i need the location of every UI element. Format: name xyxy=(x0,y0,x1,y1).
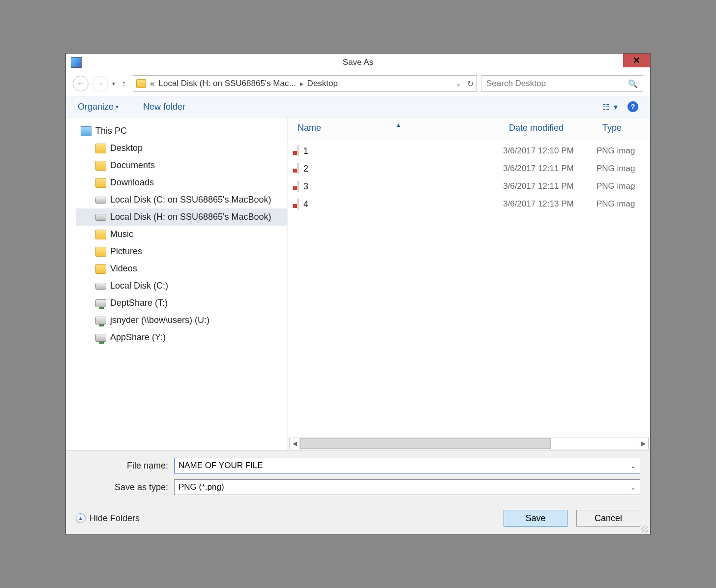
tree-item[interactable]: Local Disk (C: on SSU68865's MacBook) xyxy=(76,191,287,208)
search-icon: 🔍 xyxy=(628,79,638,88)
column-header-type[interactable]: Type xyxy=(602,123,650,133)
window-title: Save As xyxy=(343,58,373,67)
folder-icon xyxy=(95,178,106,188)
tree-item[interactable]: Documents xyxy=(76,157,287,174)
folder-icon xyxy=(95,264,106,274)
tree-item[interactable]: AppShare (Y:) xyxy=(76,329,287,346)
tree-item-selected[interactable]: Local Disk (H: on SSU68865's MacBook) xyxy=(76,208,287,226)
search-box[interactable]: 🔍 xyxy=(481,75,643,92)
filename-input[interactable] xyxy=(179,461,630,470)
disk-icon xyxy=(95,283,106,290)
folder-icon xyxy=(136,79,146,88)
search-input[interactable] xyxy=(486,79,628,88)
file-list[interactable]: 1 3/6/2017 12:10 PM PNG imag 2 3/6/2017 … xyxy=(288,139,650,437)
new-folder-button[interactable]: New folder xyxy=(143,102,185,112)
body: This PC Desktop Documents Downloads Loca… xyxy=(66,118,650,450)
nav-bar: ← → ▾ ↑ « Local Disk (H: on SSU68865's M… xyxy=(66,71,650,96)
file-list-pane: Name▲ Date modified Type 1 3/6/2017 12:1… xyxy=(287,118,650,450)
tree-item[interactable]: Local Disk (C:) xyxy=(76,277,287,294)
filename-combobox[interactable]: ⌄ xyxy=(174,458,640,473)
saveastype-value: PNG (*.png) xyxy=(179,482,224,492)
tree-item[interactable]: DeptShare (T:) xyxy=(76,294,287,312)
address-dropdown-icon[interactable]: ⌄ xyxy=(456,80,461,88)
network-drive-icon xyxy=(95,317,106,324)
chevron-down-icon[interactable]: ⌄ xyxy=(630,462,636,470)
toolbar: Organize ▾ New folder ☷ ▾ ? xyxy=(66,96,650,118)
help-button[interactable]: ? xyxy=(627,101,638,112)
sort-indicator-icon: ▲ xyxy=(396,122,401,128)
address-segment[interactable]: Desktop xyxy=(307,79,338,88)
column-header-date[interactable]: Date modified xyxy=(509,123,602,133)
pc-icon xyxy=(81,126,91,136)
image-file-icon xyxy=(298,199,298,209)
collapse-icon: ▲ xyxy=(76,513,86,523)
file-row[interactable]: 2 3/6/2017 12:11 PM PNG imag xyxy=(288,160,650,177)
image-file-icon xyxy=(298,181,298,192)
save-button[interactable]: Save xyxy=(504,510,567,527)
app-icon xyxy=(71,57,82,68)
tree-item[interactable]: jsnyder (\\bow\users) (U:) xyxy=(76,312,287,329)
file-row[interactable]: 4 3/6/2017 12:13 PM PNG imag xyxy=(288,195,650,213)
save-as-dialog: Save As ✕ ← → ▾ ↑ « Local Disk (H: on SS… xyxy=(65,53,651,535)
tree-item[interactable]: Desktop xyxy=(76,140,287,157)
network-drive-icon xyxy=(95,334,106,342)
address-bar[interactable]: « Local Disk (H: on SSU68865's Mac... ▸ … xyxy=(133,75,477,92)
filename-label: File name: xyxy=(76,461,174,471)
tree-item[interactable]: Downloads xyxy=(76,174,287,191)
refresh-button[interactable]: ↻ xyxy=(467,79,474,88)
scroll-track[interactable] xyxy=(551,438,638,449)
scroll-left-button[interactable]: ◀ xyxy=(289,438,300,449)
saveastype-label: Save as type: xyxy=(76,482,174,493)
view-options-button[interactable]: ☷ ▾ xyxy=(602,102,618,112)
tree-item[interactable]: Music xyxy=(76,226,287,243)
resize-grip[interactable] xyxy=(641,526,648,532)
address-segment[interactable]: Local Disk (H: on SSU68865's Mac... xyxy=(158,79,296,88)
scroll-thumb[interactable] xyxy=(300,438,551,449)
saveastype-combobox[interactable]: PNG (*.png) ⌄ xyxy=(174,479,640,495)
hide-folders-toggle[interactable]: ▲ Hide Folders xyxy=(76,513,140,524)
chevron-right-icon: ▸ xyxy=(300,80,303,88)
chevron-left-icon: « xyxy=(150,79,154,88)
chevron-down-icon[interactable]: ⌄ xyxy=(630,484,636,491)
bottom-panel: File name: ⌄ Save as type: PNG (*.png) ⌄… xyxy=(66,450,650,534)
navigation-tree[interactable]: This PC Desktop Documents Downloads Loca… xyxy=(66,118,287,450)
back-button[interactable]: ← xyxy=(73,76,89,91)
image-file-icon xyxy=(298,146,298,156)
recent-locations-dropdown[interactable]: ▾ xyxy=(112,80,115,87)
folder-icon xyxy=(95,247,106,257)
file-row[interactable]: 3 3/6/2017 12:11 PM PNG imag xyxy=(288,177,650,195)
tree-root-this-pc[interactable]: This PC xyxy=(76,122,287,140)
disk-icon xyxy=(95,214,106,221)
folder-icon xyxy=(95,161,106,171)
folder-icon xyxy=(95,230,106,239)
network-drive-icon xyxy=(95,299,106,307)
folder-icon xyxy=(95,144,106,153)
tree-item[interactable]: Pictures xyxy=(76,243,287,260)
close-button[interactable]: ✕ xyxy=(623,54,650,67)
column-header-name[interactable]: Name▲ xyxy=(298,123,509,133)
horizontal-scrollbar[interactable]: ◀ ▶ xyxy=(289,438,649,449)
cancel-button[interactable]: Cancel xyxy=(576,510,640,527)
organize-menu[interactable]: Organize ▾ xyxy=(78,102,119,112)
forward-button[interactable]: → xyxy=(92,76,108,91)
image-file-icon xyxy=(298,163,298,174)
column-headers: Name▲ Date modified Type xyxy=(288,118,650,139)
file-row[interactable]: 1 3/6/2017 12:10 PM PNG imag xyxy=(288,142,650,160)
titlebar: Save As ✕ xyxy=(66,54,650,71)
tree-item[interactable]: Videos xyxy=(76,260,287,277)
up-button[interactable]: ↑ xyxy=(119,79,129,89)
scroll-right-button[interactable]: ▶ xyxy=(638,438,649,449)
disk-icon xyxy=(95,197,106,204)
